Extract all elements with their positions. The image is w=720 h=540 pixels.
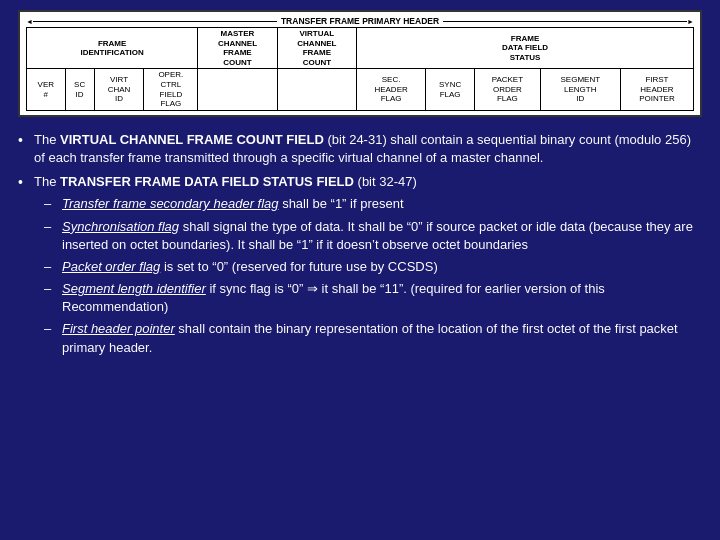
bullet-content: • The VIRTUAL CHANNEL FRAME COUNT FIELD …: [18, 129, 702, 369]
sub-dash-4: –: [44, 280, 56, 298]
bullet-1-text: The VIRTUAL CHANNEL FRAME COUNT FIELD (b…: [34, 131, 702, 167]
segment-length-label: Segment length identifier: [62, 281, 206, 296]
sub-dash-3: –: [44, 258, 56, 276]
bullet-dot-1: •: [18, 131, 28, 149]
sub-bullet-1-text: Transfer frame secondary header flag sha…: [62, 195, 404, 213]
sub-dash-2: –: [44, 218, 56, 236]
frame-data-status-header: FRAMEDATA FIELDSTATUS: [357, 28, 694, 69]
segment-length-field: SEGMENTLENGTHID: [540, 69, 620, 110]
sub-bullet-3-text: Packet order flag is set to “0” (reserve…: [62, 258, 438, 276]
sub-bullet-2-text: Synchronisation flag shall signal the ty…: [62, 218, 702, 254]
ver-field: VER#: [27, 69, 66, 110]
bullet-dot-2: •: [18, 173, 28, 191]
sync-flag-field: SYNCFLAG: [426, 69, 475, 110]
first-header-field: FIRSTHEADERPOINTER: [620, 69, 693, 110]
sub-bullet-1: – Transfer frame secondary header flag s…: [44, 195, 702, 213]
sub-bullet-4-text: Segment length identifier if sync flag i…: [62, 280, 702, 316]
bullet-1: • The VIRTUAL CHANNEL FRAME COUNT FIELD …: [18, 131, 702, 167]
sub-bullets: – Transfer frame secondary header flag s…: [34, 195, 702, 357]
sub-bullet-5: – First header pointer shall contain the…: [44, 320, 702, 356]
subfield-row: VER# SCID VIRTCHANID OPER.CTRLFIELDFLAG …: [27, 69, 694, 110]
frame-id-header: FRAMEIDENTIFICATION: [27, 28, 198, 69]
sub-bullet-5-text: First header pointer shall contain the b…: [62, 320, 702, 356]
virtual-count-cell: [277, 69, 356, 110]
first-header-pointer-label: First header pointer: [62, 321, 175, 336]
packet-order-flag-label: Packet order flag: [62, 259, 160, 274]
bullet-2-text: The TRANSFER FRAME DATA FIELD STATUS FIE…: [34, 173, 702, 361]
bullet-2: • The TRANSFER FRAME DATA FIELD STATUS F…: [18, 173, 702, 361]
arrow-left-tip: [26, 16, 33, 26]
frame-diagram: TRANSFER FRAME PRIMARY HEADER FRAMEIDENT…: [18, 10, 702, 117]
tfdfs-field-label: TRANSFER FRAME DATA FIELD STATUS FIELD: [60, 174, 354, 189]
sub-bullet-4: – Segment length identifier if sync flag…: [44, 280, 702, 316]
sub-bullet-2: – Synchronisation flag shall signal the …: [44, 218, 702, 254]
virt-chan-field: VIRTCHANID: [94, 69, 144, 110]
sub-dash-5: –: [44, 320, 56, 338]
oper-ctrl-field: OPER.CTRLFIELDFLAG: [144, 69, 198, 110]
arrow-right-tip: [687, 16, 694, 26]
sync-flag-label: Synchronisation flag: [62, 219, 179, 234]
virtual-channel-header: VIRTUALCHANNELFRAMECOUNT: [277, 28, 356, 69]
transfer-frame-arrow: TRANSFER FRAME PRIMARY HEADER: [26, 16, 694, 26]
vcfc-field-label: VIRTUAL CHANNEL FRAME COUNT FIELD: [60, 132, 324, 147]
packet-order-field: PACKETORDERFLAG: [475, 69, 541, 110]
master-channel-header: MASTERCHANNELFRAMECOUNT: [198, 28, 277, 69]
master-count-cell: [198, 69, 277, 110]
frame-table: FRAMEIDENTIFICATION MASTERCHANNELFRAMECO…: [26, 27, 694, 111]
sc-field: SCID: [65, 69, 94, 110]
section-header-row: FRAMEIDENTIFICATION MASTERCHANNELFRAMECO…: [27, 28, 694, 69]
sub-dash-1: –: [44, 195, 56, 213]
sub-bullet-3: – Packet order flag is set to “0” (reser…: [44, 258, 702, 276]
secondary-header-flag-label: Transfer frame secondary header flag: [62, 196, 279, 211]
transfer-frame-label: TRANSFER FRAME PRIMARY HEADER: [277, 16, 443, 26]
sec-header-field: SEC.HEADERFLAG: [357, 69, 426, 110]
